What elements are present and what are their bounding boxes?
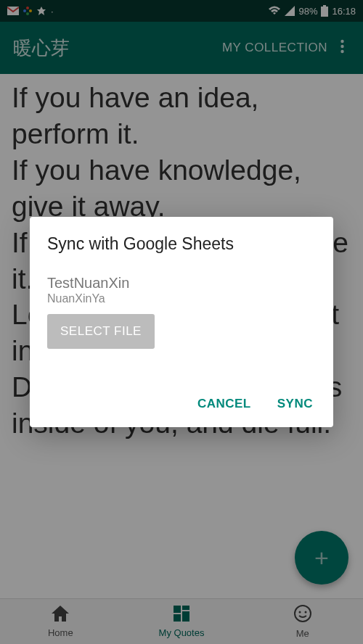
selected-file-name: TestNuanXin [47,274,316,292]
select-file-button[interactable]: SELECT FILE [47,314,155,349]
dialog-title: Sync with Google Sheets [47,234,316,254]
cancel-button[interactable]: CANCEL [195,391,254,417]
dialog-scrim[interactable]: Sync with Google Sheets TestNuanXin Nuan… [0,0,363,644]
sync-dialog: Sync with Google Sheets TestNuanXin Nuan… [30,217,333,427]
sync-button[interactable]: SYNC [274,391,316,417]
selected-file-sheet: NuanXinYa [47,292,316,305]
